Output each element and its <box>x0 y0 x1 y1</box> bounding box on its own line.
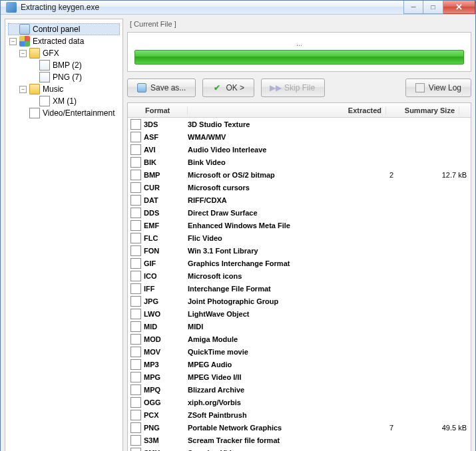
table-row[interactable]: S3MScream Tracker file format <box>128 434 471 446</box>
tree-item[interactable]: XM (1) <box>8 95 120 107</box>
cell-description: RIFF/CDXA <box>188 196 344 204</box>
tree-item[interactable]: Control panel <box>8 23 120 35</box>
cell-format: PNG <box>144 424 188 432</box>
table-row[interactable]: GIFGraphics Interchange Format <box>128 257 471 269</box>
tree-node-label: Video/Entertainment <box>43 108 115 118</box>
cell-description: Portable Network Graphics <box>188 424 344 432</box>
grid-body[interactable]: 3DS3D Studio TextureASFWMA/WMVAVIAudio V… <box>128 118 471 451</box>
tree-pane[interactable]: Control panel−Extracted data−GFXBMP (2)P… <box>5 19 123 451</box>
table-row[interactable]: MP3MPEG Audio <box>128 358 471 371</box>
tree-node-icon <box>19 36 30 47</box>
table-row[interactable]: IFFInterchange File Format <box>128 282 471 295</box>
view-log-button[interactable]: View Log <box>405 78 471 97</box>
table-row[interactable]: FLCFlic Video <box>128 231 471 244</box>
cell-description: Smacker Video <box>188 449 344 452</box>
tree-node-icon <box>29 84 40 94</box>
tree-node-label: BMP (2) <box>53 61 82 70</box>
table-row[interactable]: AVIAudio Video Interleave <box>128 143 471 156</box>
tree-toggle-icon[interactable]: − <box>19 86 27 93</box>
ok-label: OK > <box>226 83 244 92</box>
format-icon <box>130 422 141 433</box>
cell-format: MP3 <box>144 361 188 369</box>
table-row[interactable]: PNGPortable Network Graphics749.5 kB <box>128 421 471 434</box>
grid-header: Format Extracted Summary Size <box>128 103 471 118</box>
save-as-button[interactable]: Save as... <box>127 78 196 97</box>
format-icon <box>130 309 141 319</box>
tree-item[interactable]: BMP (2) <box>8 59 120 71</box>
format-icon <box>130 208 141 218</box>
tree-item[interactable]: PNG (7) <box>8 71 120 83</box>
progress-bar <box>134 50 464 65</box>
table-row[interactable]: LWOLightWave Object <box>128 307 471 320</box>
tree-toggle-icon[interactable]: − <box>19 50 27 57</box>
app-window: Extracting keygen.exe ─ □ ✕ Control pane… <box>0 0 476 451</box>
table-row[interactable]: 3DS3D Studio Texture <box>128 118 471 130</box>
table-row[interactable]: ICOMicrosoft icons <box>128 269 471 282</box>
maximize-button[interactable]: □ <box>423 1 443 14</box>
tree-item[interactable]: −Extracted data <box>8 35 120 47</box>
cell-description: Blizzard Archive <box>188 386 344 394</box>
table-row[interactable]: PCXZSoft Paintbrush <box>128 408 471 421</box>
cell-format: DAT <box>144 196 188 204</box>
format-icon <box>130 245 141 256</box>
cell-description: xiph.org/Vorbis <box>188 398 344 406</box>
cell-format: PCX <box>144 411 188 419</box>
table-row[interactable]: MPQBlizzard Archive <box>128 383 471 396</box>
table-row[interactable]: DDSDirect Draw Surface <box>128 206 471 219</box>
col-extracted[interactable]: Extracted <box>333 106 386 114</box>
cell-extracted: 7 <box>344 424 397 432</box>
cell-format: AVI <box>144 146 188 154</box>
table-row[interactable]: SMKSmacker Video <box>128 446 471 451</box>
tree-item[interactable]: −Music <box>8 83 120 95</box>
table-row[interactable]: CURMicrosoft cursors <box>128 181 471 194</box>
format-icon <box>130 182 141 193</box>
app-icon <box>6 2 17 13</box>
progress-caption: ... <box>134 39 464 47</box>
tree-item[interactable]: Video/Entertainment <box>8 107 120 119</box>
cell-format: MID <box>144 323 188 331</box>
format-icon <box>130 435 141 446</box>
cell-description: Audio Video Interleave <box>188 146 344 154</box>
table-row[interactable]: MPGMPEG Video I/II <box>128 371 471 383</box>
table-row[interactable]: JPGJoint Photographic Group <box>128 295 471 307</box>
col-summary-size[interactable]: Summary Size <box>386 106 459 114</box>
table-row[interactable]: OGGxiph.org/Vorbis <box>128 396 471 408</box>
table-row[interactable]: MODAmiga Module <box>128 333 471 345</box>
table-row[interactable]: BIKBink Video <box>128 156 471 168</box>
table-row[interactable]: ASFWMA/WMV <box>128 130 471 143</box>
save-icon <box>137 83 146 92</box>
table-row[interactable]: BMPMicrosoft or OS/2 bitmap212.7 kB <box>128 168 471 181</box>
tree-item[interactable]: −GFX <box>8 47 120 59</box>
cell-description: Microsoft icons <box>188 272 344 280</box>
cell-format: BIK <box>144 158 188 166</box>
format-icon <box>130 220 141 231</box>
minimize-button[interactable]: ─ <box>403 1 423 14</box>
format-icon <box>130 195 141 206</box>
table-row[interactable]: DATRIFF/CDXA <box>128 194 471 206</box>
format-icon <box>130 397 141 408</box>
skip-file-button[interactable]: ▶▶ Skip File <box>261 78 325 97</box>
cell-format: IFF <box>144 285 188 293</box>
close-button[interactable]: ✕ <box>443 1 475 14</box>
ok-button[interactable]: ✔ OK > <box>202 78 254 97</box>
cell-format: SMK <box>144 449 188 452</box>
table-row[interactable]: MIDMIDI <box>128 320 471 333</box>
cell-description: WMA/WMV <box>188 133 344 141</box>
check-icon: ✔ <box>212 83 222 92</box>
tree-toggle-icon[interactable]: − <box>9 38 17 45</box>
table-row[interactable]: FONWin 3.1 Font Library <box>128 244 471 257</box>
col-format[interactable]: Format <box>128 106 188 114</box>
format-icon <box>130 157 141 168</box>
table-row[interactable]: MOVQuickTime movie <box>128 345 471 358</box>
table-row[interactable]: EMFEnhanced Windows Meta File <box>128 219 471 231</box>
cell-format: FON <box>144 247 188 255</box>
cell-format: DDS <box>144 209 188 217</box>
cell-format: JPG <box>144 297 188 305</box>
cell-format: CUR <box>144 184 188 192</box>
cell-description: Graphics Interchange Format <box>188 259 344 267</box>
cell-description: Interchange File Format <box>188 285 344 293</box>
format-icon <box>130 144 141 155</box>
titlebar: Extracting keygen.exe ─ □ ✕ <box>1 1 475 15</box>
cell-size: 49.5 kB <box>397 424 471 432</box>
button-row: Save as... ✔ OK > ▶▶ Skip File View Log <box>127 78 471 97</box>
